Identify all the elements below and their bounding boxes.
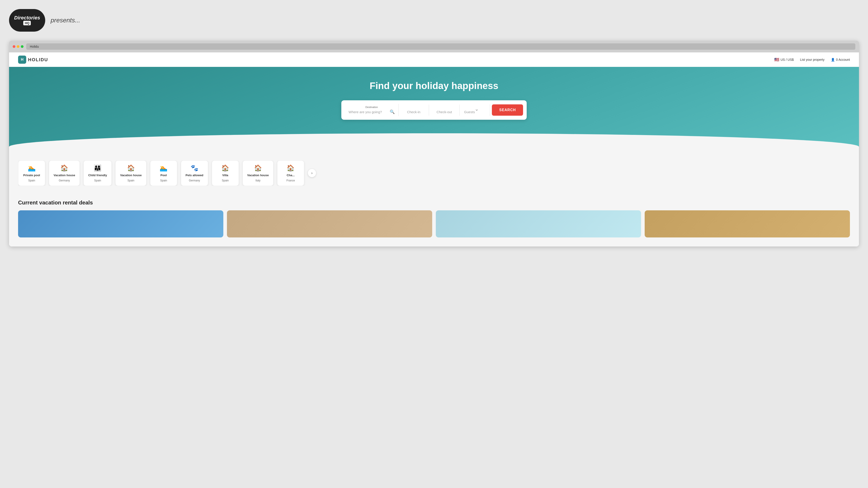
search-button[interactable]: SEARCH xyxy=(492,104,523,116)
logo-text: HOLIDU xyxy=(28,57,48,62)
categories-list: 🏊 Private pool Spain 🏠 Vacation house Ge… xyxy=(18,160,850,186)
category-location: Italy xyxy=(255,179,260,182)
category-location: Spain xyxy=(222,179,229,182)
top-branding: Directories HQ presents... xyxy=(9,9,859,32)
category-chip[interactable]: 🏠 Vacation house Germany xyxy=(49,160,80,186)
address-bar[interactable]: Holidu xyxy=(26,43,855,50)
category-icon-7: 🏠 xyxy=(254,164,262,172)
category-name: Vacation house xyxy=(54,173,75,177)
browser-window: Holidu H HOLIDU 🇺🇸 US / US$ List your pr… xyxy=(9,41,859,247)
category-location: Spain xyxy=(160,179,167,182)
navigation: H HOLIDU 🇺🇸 US / US$ List your property … xyxy=(9,53,859,67)
category-chip[interactable]: 🏠 Vacation house Spain xyxy=(115,160,146,186)
deal-card[interactable] xyxy=(18,210,223,237)
destination-label: Destination xyxy=(348,106,395,108)
category-location: Spain xyxy=(94,179,101,182)
categories-section: 🏊 Private pool Spain 🏠 Vacation house Ge… xyxy=(9,147,859,195)
site-logo[interactable]: H HOLIDU xyxy=(18,56,48,64)
deals-title: Current vacation rental deals xyxy=(18,199,850,206)
category-icon-3: 🏠 xyxy=(127,164,135,172)
list-property-link[interactable]: List your property xyxy=(800,58,825,61)
account-label: 0 Account xyxy=(836,58,850,61)
category-name: Vacation house xyxy=(247,173,269,177)
traffic-light-minimize[interactable] xyxy=(17,45,20,48)
checkout-value: Check-out xyxy=(433,106,456,114)
category-location: Germany xyxy=(59,179,70,182)
checkin-value: Check-in xyxy=(402,106,425,114)
deal-card[interactable] xyxy=(645,210,850,237)
category-icon-2: 👨‍👩‍👧 xyxy=(94,164,101,172)
category-chip[interactable]: 🏊 Pool Spain xyxy=(150,160,177,186)
lang-label: US / US$ xyxy=(780,58,794,61)
category-icon-5: 🐾 xyxy=(191,164,198,172)
checkout-field[interactable]: Check-out xyxy=(429,105,460,116)
category-chip[interactable]: 🏠 Vacation house Italy xyxy=(243,160,274,186)
language-selector[interactable]: 🇺🇸 US / US$ xyxy=(774,57,794,62)
category-chip[interactable]: 🏠 Villa Spain xyxy=(212,160,239,186)
website-content: H HOLIDU 🇺🇸 US / US$ List your property … xyxy=(9,53,859,247)
account-icon: 👤 xyxy=(831,58,835,61)
category-icon-6: 🏠 xyxy=(221,164,229,172)
category-name: Child friendly xyxy=(88,173,107,177)
account-button[interactable]: 👤 0 Account xyxy=(831,58,850,61)
logo-text-directories: Directories xyxy=(14,15,40,20)
guests-field[interactable]: Guests xyxy=(460,104,490,116)
browser-chrome: Holidu xyxy=(9,41,859,53)
presents-label: presents... xyxy=(51,17,80,24)
deal-card[interactable] xyxy=(227,210,432,237)
traffic-light-fullscreen[interactable] xyxy=(21,45,24,48)
category-chip[interactable]: 👨‍👩‍👧 Child friendly Spain xyxy=(84,160,112,186)
categories-next-arrow[interactable]: › xyxy=(308,169,316,177)
checkin-field[interactable]: Check-in xyxy=(399,105,429,116)
category-chip[interactable]: 🏠 Cha... France xyxy=(277,160,304,186)
logo-icon: H xyxy=(18,56,26,64)
category-location: Spain xyxy=(127,179,134,182)
category-name: Pool xyxy=(160,173,167,177)
deal-card[interactable] xyxy=(436,210,641,237)
category-location: Spain xyxy=(28,179,35,182)
category-location: Germany xyxy=(189,179,200,182)
category-name: Villa xyxy=(222,173,228,177)
deals-section: Current vacation rental deals xyxy=(9,195,859,247)
search-icon: 🔍 xyxy=(390,109,395,114)
directories-hq-logo: Directories HQ xyxy=(9,9,45,32)
category-chip[interactable]: 🐾 Pets allowed Germany xyxy=(181,160,208,186)
deals-grid xyxy=(18,210,850,237)
nav-right: 🇺🇸 US / US$ List your property 👤 0 Accou… xyxy=(774,57,850,62)
search-bar: Destination 🔍 Check-in Check-out Guests xyxy=(341,100,527,120)
guests-select[interactable]: Guests xyxy=(463,106,478,114)
category-name: Pets allowed xyxy=(186,173,204,177)
category-name: Cha... xyxy=(287,173,294,177)
destination-input[interactable] xyxy=(348,110,388,114)
category-name: Vacation house xyxy=(120,173,142,177)
hero-section: Find your holiday happiness Destination … xyxy=(9,67,859,147)
logo-text-hq: HQ xyxy=(23,21,31,25)
flag-icon: 🇺🇸 xyxy=(774,57,779,62)
destination-field: Destination 🔍 xyxy=(345,104,399,116)
category-icon-8: 🏠 xyxy=(287,164,294,172)
category-name: Private pool xyxy=(23,173,40,177)
traffic-lights xyxy=(13,45,24,48)
category-chip[interactable]: 🏊 Private pool Spain xyxy=(18,160,45,186)
category-location: France xyxy=(286,179,295,182)
category-icon-4: 🏊 xyxy=(160,164,167,172)
category-icon-1: 🏠 xyxy=(60,164,68,172)
traffic-light-close[interactable] xyxy=(13,45,16,48)
hero-title: Find your holiday happiness xyxy=(18,80,850,91)
category-icon-0: 🏊 xyxy=(28,164,36,172)
